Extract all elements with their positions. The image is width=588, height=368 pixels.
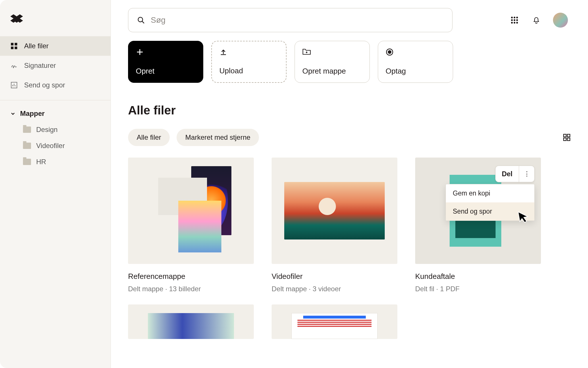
folder-item-videofiler[interactable]: Videofiler bbox=[0, 138, 111, 154]
sidebar-item-all-files[interactable]: Alle filer bbox=[0, 36, 111, 56]
folder-label: HR bbox=[36, 158, 46, 166]
file-meta: Delt mappe · 13 billeder bbox=[128, 285, 254, 293]
plus-icon bbox=[136, 48, 196, 56]
file-card[interactable]: Videofiler Delt mappe · 3 videoer bbox=[272, 158, 397, 293]
page-title: Alle filer bbox=[128, 103, 571, 117]
file-thumbnail bbox=[272, 158, 397, 264]
svg-point-11 bbox=[516, 19, 518, 21]
svg-rect-20 bbox=[567, 138, 570, 141]
file-card[interactable]: Referencemappe Delt mappe · 13 billeder bbox=[128, 158, 254, 293]
svg-rect-18 bbox=[567, 134, 570, 137]
action-create[interactable]: Opret bbox=[128, 41, 203, 83]
svg-rect-3 bbox=[15, 47, 17, 49]
svg-point-12 bbox=[511, 22, 513, 24]
svg-rect-19 bbox=[564, 138, 566, 141]
sidebar-item-label: Send og spor bbox=[24, 81, 65, 89]
filter-row: Alle filer Markeret med stjerne bbox=[128, 129, 571, 146]
folder-plus-icon bbox=[302, 48, 362, 55]
file-meta: Delt mappe · 3 videoer bbox=[272, 285, 397, 293]
action-create-folder[interactable]: Opret mappe bbox=[295, 41, 370, 83]
chevron-down-icon bbox=[10, 111, 16, 116]
main-content: Opret Upload Opret mappe Optag Alle file… bbox=[111, 0, 588, 368]
file-title: Referencemappe bbox=[128, 272, 254, 281]
file-meta: Delt fil · 1 PDF bbox=[415, 285, 541, 293]
action-upload[interactable]: Upload bbox=[211, 41, 287, 83]
quick-actions: Opret Upload Opret mappe Optag bbox=[128, 41, 571, 83]
filter-starred[interactable]: Markeret med stjerne bbox=[177, 129, 259, 146]
file-grid-row-2 bbox=[128, 304, 571, 339]
sidebar-item-send-track[interactable]: Send og spor bbox=[0, 75, 111, 95]
sidebar-item-signatures[interactable]: Signaturer bbox=[0, 56, 111, 75]
menu-item-save-copy[interactable]: Gem en kopi bbox=[446, 184, 534, 202]
action-label: Upload bbox=[219, 66, 278, 75]
file-thumbnail bbox=[128, 158, 254, 264]
bell-icon[interactable] bbox=[531, 15, 541, 25]
dropbox-logo[interactable] bbox=[0, 6, 111, 36]
layout-grid-icon[interactable] bbox=[563, 133, 571, 141]
sidebar: Alle filer Signaturer Send og spor Mappe… bbox=[0, 0, 111, 368]
svg-point-6 bbox=[511, 17, 513, 18]
grid-small-icon bbox=[10, 42, 18, 50]
topbar bbox=[128, 8, 571, 32]
search-box[interactable] bbox=[128, 8, 452, 32]
context-menu: Gem en kopi Send og spor bbox=[446, 184, 535, 221]
svg-rect-17 bbox=[564, 134, 566, 137]
folder-item-hr[interactable]: HR bbox=[0, 154, 111, 170]
svg-point-14 bbox=[516, 22, 518, 24]
svg-point-7 bbox=[514, 17, 515, 18]
svg-rect-2 bbox=[11, 47, 13, 49]
sidebar-divider bbox=[0, 100, 111, 100]
svg-point-13 bbox=[514, 22, 515, 24]
signature-icon bbox=[10, 62, 18, 69]
more-menu-button[interactable]: ⋮ bbox=[519, 166, 534, 182]
folder-item-design[interactable]: Design bbox=[0, 122, 111, 138]
apps-grid-icon[interactable] bbox=[509, 15, 520, 25]
folder-icon bbox=[23, 143, 31, 149]
svg-point-16 bbox=[388, 51, 391, 53]
file-card[interactable]: Kundeaftale Del ⋮ Gem en kopi Send og sp… bbox=[415, 158, 541, 293]
record-icon bbox=[386, 48, 445, 56]
file-thumbnail[interactable] bbox=[128, 304, 254, 339]
chart-icon bbox=[10, 81, 18, 89]
action-label: Optag bbox=[386, 67, 445, 76]
folders-toggle[interactable]: Mapper bbox=[0, 106, 111, 122]
search-input[interactable] bbox=[151, 16, 444, 25]
share-chip: Del ⋮ bbox=[495, 166, 535, 182]
svg-rect-0 bbox=[11, 43, 13, 45]
svg-point-8 bbox=[516, 17, 518, 18]
action-label: Opret bbox=[136, 67, 196, 76]
action-label: Opret mappe bbox=[302, 67, 362, 76]
svg-point-10 bbox=[514, 19, 515, 21]
avatar[interactable] bbox=[553, 13, 568, 28]
action-record[interactable]: Optag bbox=[378, 41, 453, 83]
svg-point-9 bbox=[511, 19, 513, 21]
folders-header-label: Mapper bbox=[20, 110, 45, 118]
folder-icon bbox=[23, 126, 31, 133]
folder-icon bbox=[23, 159, 31, 165]
file-title: Videofiler bbox=[272, 272, 397, 281]
share-button[interactable]: Del bbox=[496, 166, 519, 182]
search-icon bbox=[137, 16, 145, 24]
file-grid: Referencemappe Delt mappe · 13 billeder … bbox=[128, 158, 571, 293]
folder-label: Design bbox=[36, 126, 58, 134]
menu-item-send-track[interactable]: Send og spor bbox=[446, 202, 534, 221]
svg-point-5 bbox=[138, 17, 143, 22]
sidebar-item-label: Alle filer bbox=[24, 42, 49, 50]
file-title: Kundeaftale bbox=[415, 272, 541, 281]
file-thumbnail[interactable] bbox=[272, 304, 397, 339]
filter-all[interactable]: Alle filer bbox=[128, 129, 170, 146]
sidebar-item-label: Signaturer bbox=[24, 62, 56, 70]
upload-icon bbox=[219, 48, 278, 56]
svg-rect-1 bbox=[15, 43, 17, 45]
file-thumbnail: Kundeaftale Del ⋮ Gem en kopi Send og sp… bbox=[415, 158, 541, 264]
folder-label: Videofiler bbox=[36, 142, 65, 150]
